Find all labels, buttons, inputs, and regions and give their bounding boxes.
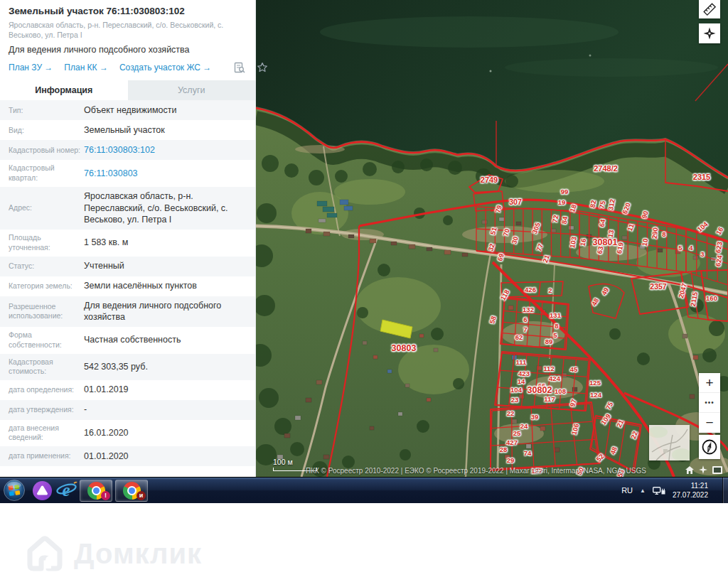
favorite-star-icon[interactable] xyxy=(257,61,268,74)
parcel-number-label[interactable]: 99 xyxy=(561,188,569,195)
language-indicator[interactable]: RU xyxy=(621,486,633,495)
show-desktop-button[interactable] xyxy=(722,478,728,503)
parcel-number-label[interactable]: 2749 xyxy=(481,176,498,184)
parcel-number-label[interactable]: 23 xyxy=(511,396,519,404)
parcel-number-label[interactable]: 64 xyxy=(598,219,607,227)
map-viewport[interactable]: 2749307992748/22315795170303269305772119… xyxy=(256,0,728,477)
clock[interactable]: 11:21 27.07.2022 xyxy=(673,481,708,500)
parcel-number-label[interactable]: 2357 xyxy=(650,282,666,291)
home-icon[interactable] xyxy=(685,466,694,474)
parcel-number-label[interactable]: 19 xyxy=(558,198,566,206)
taskbar: e ! и RU ▲ 11:21 27.07.2022 xyxy=(0,477,728,503)
parcel-number-label[interactable]: 111 xyxy=(516,358,527,366)
parcel-number-label[interactable]: 5 xyxy=(553,331,557,339)
cadastral-number-link[interactable]: 76:11:030803 xyxy=(84,168,255,180)
info-value: 1 583 кв. м xyxy=(84,237,255,249)
parcel-number-label[interactable]: 45 xyxy=(570,365,578,373)
screen: Земельный участок 76:11:030803:102 Яросл… xyxy=(0,0,728,582)
parcel-number-label[interactable]: 290 xyxy=(651,227,659,239)
zoom-in-button[interactable]: + xyxy=(699,373,720,393)
parcel-number-label[interactable]: 62 xyxy=(515,333,523,341)
yandex-browser-icon[interactable] xyxy=(30,479,54,502)
info-label: Разрешенное использование: xyxy=(0,302,84,321)
parcel-number-label[interactable]: 8 xyxy=(555,322,558,330)
parcel-number-label[interactable]: 8 xyxy=(662,230,665,238)
parcel-number-label[interactable]: 30802 xyxy=(528,385,552,395)
parcel-number-label[interactable]: 117 xyxy=(544,395,555,403)
parcel-number-label[interactable]: 24 xyxy=(520,422,528,430)
domclick-watermark: Домклик xyxy=(24,534,202,573)
internet-explorer-icon[interactable]: e xyxy=(54,479,78,502)
parcel-address-subtitle: Ярославская область, р-н. Переславский, … xyxy=(9,20,247,40)
info-value: 16.01.2020 xyxy=(84,427,255,439)
parcel-number-label[interactable]: 5 xyxy=(678,244,682,252)
parcel-number-label[interactable]: 112 xyxy=(543,365,554,372)
parcel-number-label[interactable]: 75 xyxy=(598,200,607,209)
info-value: Объект недвижимости xyxy=(84,104,255,117)
tab-services[interactable]: Услуги xyxy=(128,80,256,100)
chrome-window-button[interactable]: ! xyxy=(80,480,112,502)
locate-icon[interactable] xyxy=(699,465,707,474)
document-search-icon[interactable] xyxy=(234,61,245,74)
parcel-number-label[interactable]: 10 xyxy=(641,238,650,247)
measure-tool-button[interactable] xyxy=(699,0,720,18)
parcel-number-label[interactable]: 74 xyxy=(524,449,532,457)
parcel-number-label[interactable]: 131 xyxy=(550,311,561,319)
parcel-number-label[interactable]: 423 xyxy=(518,370,530,377)
parcel-number-label[interactable]: 22 xyxy=(507,409,515,417)
parcel-number-label[interactable]: 4 xyxy=(689,244,692,252)
parcel-number-label[interactable]: 82 xyxy=(589,200,598,208)
parcel-number-label[interactable]: 2315 xyxy=(693,173,710,181)
parcel-number-label[interactable]: 104 xyxy=(510,386,522,394)
info-value: Частная собственность xyxy=(84,334,255,346)
parcel-number-label[interactable]: 39 xyxy=(531,413,539,421)
parcel-number-label[interactable]: 427 xyxy=(506,438,518,446)
compass-button[interactable] xyxy=(699,435,720,459)
parcel-number-label[interactable]: 63 xyxy=(596,246,605,254)
info-row: Кадастровая стоимость: 542 303,35 руб. xyxy=(0,354,255,380)
parcel-number-label[interactable]: 132 xyxy=(523,306,534,313)
tray-time: 11:21 xyxy=(673,481,708,491)
info-label: дата применения: xyxy=(0,451,84,461)
start-button[interactable] xyxy=(3,479,26,502)
info-rows: Тип: Объект недвижимости Вид: Земельный … xyxy=(0,100,255,466)
info-label: дата утверждения: xyxy=(0,405,84,415)
overview-minimap[interactable] xyxy=(649,425,690,460)
plan-kk-link[interactable]: План КК → xyxy=(64,63,108,72)
tray-expand-arrow[interactable]: ▲ xyxy=(640,487,646,494)
parcel-number-label[interactable]: 108 xyxy=(555,387,566,395)
map-attribution: ПКК © Росреестр 2010-2022 | ЕЭКО © Росре… xyxy=(306,467,675,475)
parcel-number-label[interactable]: 7 xyxy=(523,325,527,333)
cadastral-number-link[interactable]: 76:11:030803:102 xyxy=(84,144,255,156)
parcel-number-label[interactable]: 6 xyxy=(523,316,527,323)
parcel-number-label[interactable]: 29 xyxy=(507,456,515,464)
chrome-profile-window-button[interactable]: и xyxy=(115,480,148,502)
parcel-number-label[interactable]: 2748/2 xyxy=(594,164,618,173)
create-parcel-link[interactable]: Создать участок ЖС → xyxy=(119,63,211,72)
network-icon[interactable] xyxy=(653,485,665,496)
parcel-number-label[interactable]: 125 xyxy=(589,379,601,387)
parcel-number-label[interactable]: 2 xyxy=(548,286,552,294)
domclick-wordmark: Домклик xyxy=(74,538,202,570)
info-value: 01.01.2020 xyxy=(84,451,255,463)
parcel-number-label[interactable]: 426 xyxy=(525,286,536,293)
zoom-more-button[interactable]: ••• xyxy=(699,393,720,413)
parcel-number-label[interactable]: 424 xyxy=(549,374,560,382)
plan-zu-link[interactable]: План ЗУ → xyxy=(9,63,53,72)
parcel-number-label[interactable]: 89 xyxy=(545,338,553,345)
parcel-number-label[interactable]: 30803 xyxy=(392,343,417,353)
parcel-number-label[interactable]: 84 xyxy=(560,216,569,225)
parcel-number-label[interactable]: 3 xyxy=(700,250,704,258)
parcel-number-label[interactable]: 72 xyxy=(551,215,560,223)
parcel-number-label[interactable]: 124 xyxy=(590,391,601,399)
parcel-number-label[interactable]: 16 xyxy=(579,238,588,247)
parcel-number-label[interactable]: 307 xyxy=(509,198,522,206)
fullscreen-icon[interactable] xyxy=(712,466,722,474)
zoom-out-button[interactable]: − xyxy=(699,413,720,433)
parcel-number-label[interactable]: 14 xyxy=(518,377,525,385)
parcel-number-label[interactable]: 28 xyxy=(500,446,508,453)
tab-information[interactable]: Информация xyxy=(0,80,128,100)
parcel-number-label[interactable]: 25 xyxy=(513,429,521,437)
position-marker-button[interactable] xyxy=(699,23,720,43)
parcel-number-label[interactable]: 160 xyxy=(706,294,717,302)
